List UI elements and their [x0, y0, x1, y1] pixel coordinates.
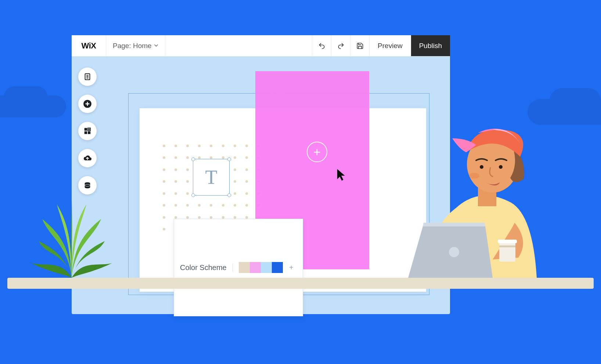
undo-icon [318, 42, 325, 50]
pages-icon [83, 73, 91, 81]
save-icon [356, 42, 364, 50]
swatches: + [239, 262, 297, 273]
redo-icon [337, 42, 345, 50]
svg-rect-22 [498, 240, 517, 243]
grid-dot [245, 145, 248, 147]
resize-handle-tr[interactable] [227, 157, 231, 161]
grid-dot [163, 145, 165, 147]
grid-dot [222, 145, 224, 147]
grid-dot [198, 216, 201, 219]
cloud-upload-icon [83, 154, 92, 163]
plus-icon: + [289, 263, 294, 272]
grid-dot [163, 216, 165, 219]
page-selector[interactable]: Page: Home [106, 35, 165, 56]
chevron-down-icon [154, 43, 158, 49]
grid-dot [163, 192, 165, 195]
grid-dot [186, 168, 189, 171]
grid-dot [174, 168, 177, 171]
swatch-3[interactable] [261, 262, 272, 273]
resize-handle-bl[interactable] [191, 193, 195, 197]
grid-dot [174, 180, 177, 183]
text-glyph: T [205, 166, 217, 189]
topbar-spacer [165, 35, 312, 56]
grid-dot [245, 216, 248, 219]
svg-rect-23 [499, 245, 515, 247]
swatch-4[interactable] [272, 262, 283, 273]
grid-dot [174, 192, 177, 195]
app-market-icon [83, 127, 91, 135]
swatch-1[interactable] [239, 262, 250, 273]
desk-illustration [7, 278, 594, 289]
svg-rect-21 [499, 241, 515, 262]
grid-dot [198, 204, 201, 207]
text-element[interactable]: T [193, 159, 230, 196]
grid-dot [186, 156, 189, 159]
grid-dot [234, 216, 236, 219]
add-section-plus-icon[interactable]: + [307, 142, 327, 162]
svg-point-19 [499, 165, 503, 169]
cursor-icon [336, 168, 346, 183]
pages-button[interactable] [78, 68, 97, 86]
logo-text: WiX [82, 41, 96, 51]
grid-dot [222, 204, 224, 207]
grid-dot [234, 168, 236, 171]
grid-dot [174, 145, 177, 147]
svg-rect-7 [84, 128, 87, 131]
grid-dot [163, 168, 165, 171]
grid-dot [222, 216, 224, 219]
grid-dot [163, 156, 165, 159]
plant-illustration [24, 193, 119, 278]
svg-rect-9 [84, 131, 87, 134]
swatch-2[interactable] [250, 262, 261, 273]
person-illustration [401, 113, 559, 278]
svg-point-18 [480, 165, 483, 169]
grid-dot [163, 204, 165, 207]
editor-window: WiX Page: Home Preview [72, 35, 450, 314]
grid-dot [186, 145, 189, 147]
grid-dot [174, 156, 177, 159]
grid-dot [245, 204, 248, 207]
grid-dot [234, 180, 236, 183]
background-cloud-left [0, 95, 66, 117]
grid-dot [186, 204, 189, 207]
color-scheme-panel[interactable]: Color Scheme + [174, 219, 303, 316]
svg-point-24 [449, 247, 459, 257]
grid-dot [245, 192, 248, 195]
add-swatch-button[interactable]: + [286, 262, 297, 273]
plus-glyph: + [313, 145, 321, 159]
grid-dot [234, 204, 236, 207]
add-element-button[interactable] [78, 95, 97, 113]
grid-dot [234, 156, 236, 159]
resize-handle-br[interactable] [227, 193, 231, 197]
grid-dot [210, 216, 212, 219]
undo-button[interactable] [312, 35, 331, 56]
preview-label: Preview [378, 42, 403, 50]
grid-dot [245, 180, 248, 183]
grid-dot [174, 216, 177, 219]
grid-dot [186, 216, 189, 219]
upload-button[interactable] [78, 149, 97, 167]
wix-logo[interactable]: WiX [72, 35, 106, 56]
editor-topbar: WiX Page: Home Preview [72, 35, 450, 57]
page-selector-label: Page: Home [113, 42, 152, 50]
data-button[interactable] [78, 176, 97, 194]
preview-button[interactable]: Preview [369, 35, 411, 56]
svg-point-20 [469, 173, 479, 179]
grid-dot [174, 204, 177, 207]
app-market-button[interactable] [78, 122, 97, 140]
database-icon [83, 181, 91, 189]
resize-handle-tl[interactable] [191, 157, 195, 161]
grid-dot [186, 192, 189, 195]
redo-button[interactable] [331, 35, 350, 56]
grid-dot [198, 145, 201, 147]
grid-dot [163, 228, 165, 230]
grid-dot [245, 156, 248, 159]
grid-dot [210, 204, 212, 207]
left-sidebar [78, 68, 97, 194]
save-button[interactable] [350, 35, 369, 56]
publish-label: Publish [419, 42, 442, 50]
grid-dot [186, 180, 189, 183]
publish-button[interactable]: Publish [411, 35, 450, 56]
color-scheme-label: Color Scheme [180, 263, 233, 272]
grid-dot [163, 180, 165, 183]
